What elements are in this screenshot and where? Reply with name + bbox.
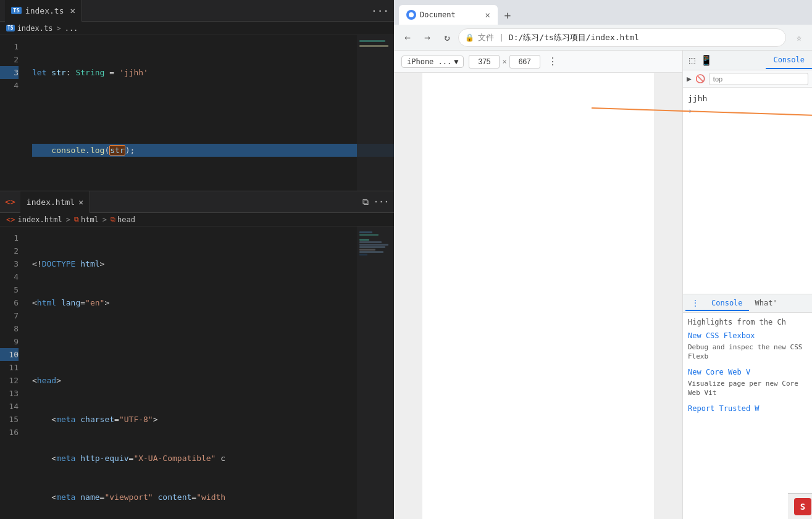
svg-point-0 — [409, 12, 414, 17]
html-bracket-icon: <> — [5, 197, 15, 207]
devtools-block-btn[interactable]: 🚫 — [695, 74, 705, 83]
ts-code-area: 1 2 3 4 let str: String = 'jjhh' console… — [0, 35, 394, 191]
browser-toolbar: ← → ↻ 🔒 文件 | D:/练习/ts练习项目/index.html ☆ — [394, 25, 812, 51]
back-btn[interactable]: ← — [399, 29, 416, 46]
console-filter-input[interactable] — [709, 73, 808, 85]
browser-tabs: Document ✕ + — [394, 0, 812, 25]
ts-tab-label: index.ts — [25, 6, 64, 15]
tab-favicon — [406, 10, 416, 20]
item-desc-1: Debug and inspec the new CSS Flexb — [688, 343, 807, 362]
whatsnew-item-1: New CSS Flexbox Debug and inspec the new… — [688, 331, 807, 362]
whatsnew-tab[interactable]: What' — [749, 296, 784, 311]
ts-breadcrumb-file: index.ts — [17, 24, 53, 33]
highlights-text: Highlights from the Ch — [688, 318, 807, 326]
device-selector[interactable]: iPhone ... ▼ — [401, 56, 464, 68]
browser-devtools-container: Document ✕ + ← → ↻ 🔒 文件 | D:/练习/ts练习项目/i… — [394, 0, 812, 519]
ts-breadcrumb-sep: > — [56, 24, 61, 33]
height-input[interactable] — [509, 55, 540, 69]
ts-line-numbers: 1 2 3 4 — [0, 35, 25, 191]
devtools-panel: ⬚ 📱 Console ▶ 🚫 jjhh › ⋮ — [682, 51, 812, 519]
url-text: D:/练习/ts练习项目/index.html — [509, 32, 639, 43]
html-breadcrumb-html: ⧉ html — [74, 215, 99, 224]
whatsnew-item-2: New Core Web V Visualize page per new Co… — [688, 368, 807, 398]
html-tab-icons: ⧉ ··· — [362, 197, 389, 207]
console-expand-arrow[interactable]: › — [688, 106, 807, 115]
html-tab[interactable]: index.html ✕ — [20, 191, 90, 213]
ts-file-icon: TS — [11, 7, 22, 14]
browser-right-icons: ☆ — [791, 30, 807, 46]
html-breadcrumb-head: ⧉ head — [111, 215, 135, 224]
item-desc-2: Visualize page per new Core Web Vit — [688, 379, 807, 398]
inspect-element-btn[interactable]: ⬚ — [688, 53, 697, 67]
browser-tab-label: Document — [420, 10, 456, 19]
html-breadcrumb-file: index.html — [17, 215, 62, 224]
device-toolbar: iPhone ... ▼ × ⋮ — [394, 51, 682, 73]
html-more-btn[interactable]: ··· — [374, 197, 389, 207]
active-browser-tab[interactable]: Document ✕ — [399, 5, 498, 25]
ts-minimap — [357, 35, 394, 191]
address-bar[interactable]: 🔒 文件 | D:/练习/ts练习项目/index.html — [458, 28, 786, 47]
dt-more-btn[interactable]: ⋮ — [692, 299, 699, 307]
browser-viewport-container: iPhone ... ▼ × ⋮ — [394, 51, 682, 519]
html-editor: <> index.html ✕ ⧉ ··· <> index.html > ⧉ … — [0, 191, 394, 519]
html-code-area: 1 2 3 4 5 6 7 8 9 10 11 12 13 14 15 16 <… — [0, 226, 394, 519]
device-emulation-btn[interactable]: 📱 — [699, 53, 714, 67]
bookmark-btn[interactable]: ☆ — [791, 30, 807, 46]
item-title-1[interactable]: New CSS Flexbox — [688, 331, 807, 340]
browser-viewport — [394, 73, 682, 519]
html-tab-label: index.html — [27, 197, 75, 207]
ime-sougou-icon: S — [794, 498, 811, 515]
browser-main: iPhone ... ▼ × ⋮ ⬚ — [394, 51, 812, 519]
device-more-btn[interactable]: ⋮ — [548, 56, 558, 67]
vscode-panel: TS index.ts ✕ ··· TS index.ts > ... 1 2 … — [0, 0, 394, 519]
ime-bar: S 英 · 😊 🎤 ⌨ 👥 👕 ⊞ — [788, 493, 812, 519]
ts-breadcrumb-more: ... — [65, 24, 78, 33]
width-input[interactable] — [469, 55, 500, 69]
devtools-play-btn[interactable]: ▶ — [687, 74, 692, 83]
url-file-label: 文件 — [478, 32, 494, 43]
html-line-numbers: 1 2 3 4 5 6 7 8 9 10 11 12 13 14 15 16 — [0, 226, 25, 519]
reload-btn[interactable]: ↻ — [438, 29, 456, 46]
item-title-3[interactable]: Report Trusted W — [688, 404, 807, 413]
whatsnew-area: Highlights from the Ch New CSS Flexbox D… — [683, 313, 812, 519]
whatsnew-item-3: Report Trusted W — [688, 404, 807, 413]
forward-btn[interactable]: → — [419, 29, 436, 46]
html-close-btn[interactable]: ✕ — [78, 197, 83, 207]
ts-code-content[interactable]: let str: String = 'jjhh' console.log(str… — [25, 35, 394, 191]
split-editor-icon[interactable]: ⧉ — [362, 197, 369, 207]
devtools-inspect-icons: ⬚ 📱 — [683, 53, 719, 67]
console-label-tab[interactable]: Console — [705, 296, 749, 311]
ts-more-btn[interactable]: ··· — [371, 5, 389, 17]
ts-breadcrumb: TS index.ts > ... — [0, 22, 394, 35]
html-breadcrumb-icon: <> — [6, 215, 15, 224]
device-dropdown-icon: ▼ — [454, 57, 458, 66]
ts-close-btn[interactable]: ✕ — [70, 6, 75, 15]
devtools-tab-bar: ⬚ 📱 Console — [683, 51, 812, 70]
browser-tab-close[interactable]: ✕ — [485, 10, 490, 20]
ts-tab-bar: TS index.ts ✕ ··· — [0, 0, 394, 22]
ts-tab[interactable]: TS index.ts ✕ — [5, 0, 82, 22]
ts-breadcrumb-icon: TS — [6, 25, 15, 31]
phone-frame — [422, 73, 654, 519]
html-minimap — [357, 226, 394, 519]
bottom-tabs: ⋮ Console What' — [683, 294, 812, 313]
security-icon: 🔒 — [465, 33, 474, 42]
ts-editor: TS index.ts ✕ ··· TS index.ts > ... 1 2 … — [0, 0, 394, 191]
devtools-toolbar: ▶ 🚫 — [683, 70, 812, 88]
html-breadcrumb: <> index.html > ⧉ html > ⧉ head — [0, 213, 394, 226]
dim-separator: × — [502, 57, 506, 66]
console-output: jjhh › — [683, 88, 812, 294]
console-bottom-tab[interactable]: ⋮ — [685, 296, 705, 311]
device-dims: × — [469, 55, 540, 69]
new-tab-btn[interactable]: + — [499, 6, 516, 23]
html-code-content[interactable]: <!DOCTYPE html> <html lang="en"> <head> … — [25, 226, 394, 519]
device-name: iPhone ... — [407, 57, 451, 66]
item-title-2[interactable]: New Core Web V — [688, 368, 807, 376]
console-output-text: jjhh — [688, 93, 807, 105]
html-tab-bar: <> index.html ✕ ⧉ ··· — [0, 191, 394, 213]
console-tab[interactable]: Console — [766, 52, 812, 69]
